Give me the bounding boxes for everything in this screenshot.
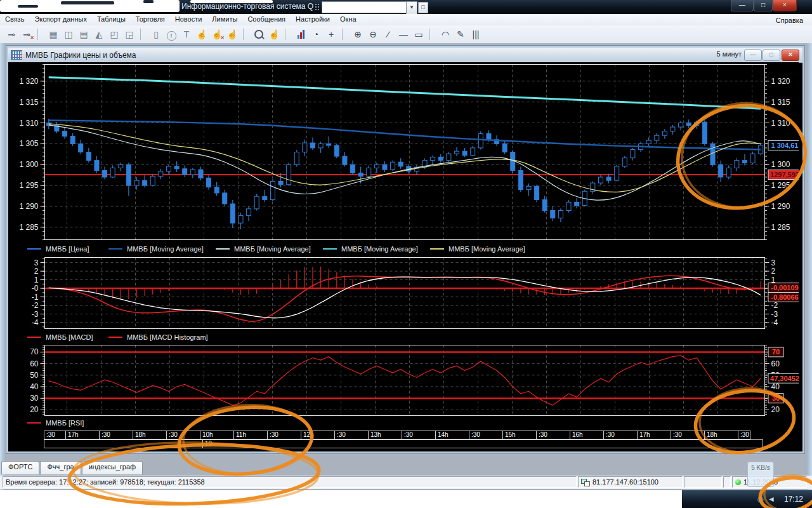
legend-item: ММВБ [MACD Histogram] bbox=[108, 330, 208, 344]
search-aux-button[interactable]: □ bbox=[418, 2, 428, 13]
chart-region-icon[interactable]: ▭ bbox=[411, 27, 426, 41]
toolbar-separator bbox=[243, 29, 249, 40]
toolbar-separator bbox=[285, 29, 291, 40]
hand-ok-icon[interactable]: ☝ bbox=[225, 27, 240, 41]
svg-text:-4: -4 bbox=[32, 318, 39, 327]
legend-swatch bbox=[27, 248, 41, 250]
menu-item-торговля[interactable]: Торговля bbox=[131, 14, 170, 23]
chart-window-icon[interactable]: ◫ bbox=[61, 27, 76, 41]
svg-text:1 320: 1 320 bbox=[771, 77, 790, 86]
menu-item-новости[interactable]: Новости bbox=[170, 14, 207, 23]
clock-icon[interactable]: ◔ bbox=[308, 27, 324, 41]
time-axis-cell: :30 bbox=[469, 431, 503, 439]
legend-swatch bbox=[108, 337, 122, 338]
key-delete-icon[interactable]: ⊸✕ bbox=[19, 27, 34, 41]
svg-text:-2: -2 bbox=[32, 301, 39, 310]
pointer-hand-icon[interactable]: ☝ bbox=[266, 27, 282, 41]
legend-label: ММВБ [Moving Average] bbox=[449, 245, 525, 253]
svg-text:60: 60 bbox=[30, 359, 39, 368]
find-window-icon[interactable]: ◰ bbox=[107, 27, 122, 41]
chart-minimize-button[interactable]: — bbox=[744, 50, 762, 61]
table-grid-icon[interactable]: ▤ bbox=[76, 27, 91, 41]
legend-swatch bbox=[27, 422, 41, 424]
time-axis[interactable]: :3017h:3018h:3010h11h:3012h:3013h:3014h:… bbox=[8, 428, 799, 448]
zoom-search-icon[interactable] bbox=[251, 27, 266, 41]
svg-text:30: 30 bbox=[30, 394, 39, 403]
svg-text:60: 60 bbox=[771, 359, 780, 368]
volume-tray-icon[interactable]: ◄ bbox=[768, 495, 775, 504]
menu-item-help[interactable]: Справка bbox=[771, 15, 808, 24]
menu-item-таблицы[interactable]: Таблицы bbox=[92, 14, 131, 23]
text-tool-icon[interactable]: T bbox=[179, 27, 194, 41]
key-icon[interactable]: ⊸ bbox=[4, 27, 19, 41]
taskbar-clock[interactable]: 17:12 bbox=[784, 495, 803, 504]
app-close-button[interactable]: × bbox=[773, 0, 797, 11]
menu-item-экспорт-данных[interactable]: Экспорт данных bbox=[29, 14, 91, 23]
workspace-tab-индексы_граф[interactable]: индексы_граф bbox=[82, 461, 143, 474]
chart-triangle-icon[interactable]: ◭ bbox=[91, 27, 107, 41]
delete-window-icon[interactable]: ◲ bbox=[122, 27, 137, 41]
time-axis-cell: :30 bbox=[166, 431, 200, 439]
workspace-tab-ФОРТС[interactable]: ФОРТС bbox=[1, 461, 39, 474]
menu-item-настройки[interactable]: Настройки bbox=[291, 14, 335, 23]
mdi-work-area: ММВБ Графики цены и объема 5 минут — □ ✕… bbox=[0, 43, 812, 490]
chart-window-title: ММВБ Графики цены и объема bbox=[25, 51, 136, 60]
menu-item-сообщения[interactable]: Сообщения bbox=[242, 14, 291, 23]
svg-text:-3: -3 bbox=[771, 310, 778, 319]
time-axis-cell: :30 bbox=[671, 431, 705, 439]
time-axis-cell: :30 bbox=[334, 431, 369, 439]
new-chart-icon[interactable]: ▦ bbox=[46, 27, 61, 41]
search-dropdown-button[interactable]: ▼ bbox=[406, 1, 417, 15]
svg-text:-0,80066: -0,80066 bbox=[771, 293, 798, 301]
hand-delete-icon[interactable]: ☝✕ bbox=[209, 27, 225, 41]
app-restore-button[interactable]: □ bbox=[754, 0, 773, 11]
svg-text:1 310: 1 310 bbox=[771, 119, 790, 128]
legend-label: ММВБ [Moving Average] bbox=[127, 245, 204, 253]
pencil-icon[interactable]: ✎ bbox=[453, 27, 468, 41]
whiteout-patch bbox=[0, 0, 180, 12]
status-bar: Время сервера: 17:12:27; записей: 978518… bbox=[0, 476, 812, 489]
app-minimize-button[interactable]: — bbox=[731, 0, 754, 11]
move-cross-icon[interactable]: + bbox=[324, 27, 339, 41]
network-icon bbox=[581, 479, 590, 486]
rsi-panel[interactable]: 7070606050504040303020207047,3045230 bbox=[8, 344, 799, 418]
legend-item: ММВБ [RSI] bbox=[27, 418, 84, 428]
alert-icon[interactable]: ! bbox=[164, 27, 179, 41]
connection-status-icon bbox=[735, 479, 741, 485]
speed-badge-text: 5 KB/s bbox=[751, 464, 769, 471]
time-axis-cell: :30 bbox=[99, 431, 133, 439]
toolbar-separator bbox=[342, 29, 348, 40]
legend-label: ММВБ [MACD Histogram] bbox=[127, 333, 208, 341]
zoom-out-icon[interactable]: ⊖ bbox=[365, 27, 381, 41]
menu-item-лимиты[interactable]: Лимиты bbox=[207, 14, 242, 23]
trend-line-icon[interactable]: ∕ bbox=[381, 27, 396, 41]
chart-window-title-bar[interactable]: ММВБ Графики цены и объема 5 минут — □ ✕ bbox=[8, 48, 802, 63]
zoom-in-icon[interactable]: ⊕ bbox=[350, 27, 365, 41]
time-axis-cell: 15h bbox=[502, 431, 537, 439]
time-axis-cell: :30 bbox=[603, 431, 638, 439]
svg-text:1: 1 bbox=[34, 276, 39, 284]
vertical-bars-icon[interactable]: ||| bbox=[468, 27, 483, 41]
time-axis-cell: 16h bbox=[570, 431, 604, 439]
os-taskbar: ◉◄ 17:12 bbox=[0, 490, 812, 508]
macd-panel[interactable]: 332211-0-0-1-1-2-2-3-3-4-4-0,00109-0,800… bbox=[8, 256, 799, 330]
time-axis-cell: 13h bbox=[368, 431, 402, 439]
price-panel[interactable]: 1 3201 3201 3151 3151 3101 3101 3051 305… bbox=[8, 62, 799, 242]
arcs-tool-icon[interactable]: ◠ bbox=[438, 27, 453, 41]
svg-text:1 295: 1 295 bbox=[19, 181, 38, 190]
search-input[interactable] bbox=[322, 1, 409, 13]
menu-item-окна[interactable]: Окна bbox=[335, 14, 362, 23]
chart-restore-button[interactable]: □ bbox=[763, 50, 780, 61]
notebook-icon[interactable]: ▯ bbox=[148, 27, 164, 41]
menu-item-связь[interactable]: Связь bbox=[0, 14, 29, 23]
legend-item: ММВБ [Цена] bbox=[27, 242, 89, 256]
bar-chart-icon[interactable] bbox=[293, 27, 308, 41]
horizontal-line-icon[interactable]: — bbox=[396, 27, 411, 41]
workspace-tab-Фчч_гра[interactable]: Фчч_гра bbox=[40, 461, 81, 474]
legend-item: ММВБ [Moving Average] bbox=[216, 242, 311, 256]
chart-close-button[interactable]: ✕ bbox=[782, 50, 799, 61]
quik-tray-icon[interactable]: ◉ bbox=[757, 495, 764, 504]
hand-icon[interactable]: ☝ bbox=[194, 27, 209, 41]
connection-cell: 81.177.147.60:15100 bbox=[578, 476, 683, 488]
legend-label: ММВБ [Moving Average] bbox=[234, 245, 311, 253]
